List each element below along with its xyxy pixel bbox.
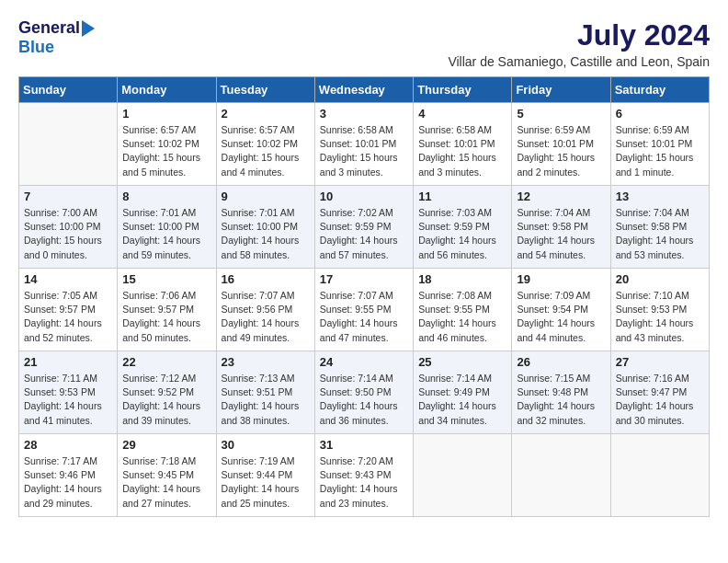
calendar-cell	[610, 434, 709, 517]
day-number: 3	[320, 107, 408, 121]
day-number: 12	[517, 190, 605, 203]
day-number: 25	[418, 355, 506, 369]
day-number: 30	[222, 438, 310, 452]
day-detail: Sunrise: 7:05 AM Sunset: 9:57 PM Dayligh…	[24, 290, 102, 343]
title-block: July 2024 Villar de Samaniego, Castille …	[448, 18, 710, 69]
day-detail: Sunrise: 7:15 AM Sunset: 9:48 PM Dayligh…	[517, 373, 595, 426]
calendar-cell: 20Sunrise: 7:10 AM Sunset: 9:53 PM Dayli…	[610, 269, 709, 351]
day-number: 22	[122, 355, 210, 369]
logo-general-text: General	[18, 18, 80, 38]
day-detail: Sunrise: 7:17 AM Sunset: 9:46 PM Dayligh…	[24, 455, 102, 509]
day-detail: Sunrise: 7:04 AM Sunset: 9:58 PM Dayligh…	[616, 207, 694, 260]
day-detail: Sunrise: 7:16 AM Sunset: 9:47 PM Dayligh…	[616, 373, 694, 426]
day-detail: Sunrise: 6:58 AM Sunset: 10:01 PM Daylig…	[320, 124, 398, 178]
day-detail: Sunrise: 7:06 AM Sunset: 9:57 PM Dayligh…	[122, 290, 200, 343]
day-number: 16	[222, 272, 310, 286]
day-number: 5	[517, 107, 605, 121]
logo: General Blue	[18, 18, 95, 57]
day-detail: Sunrise: 7:03 AM Sunset: 9:59 PM Dayligh…	[418, 207, 496, 260]
calendar-cell: 12Sunrise: 7:04 AM Sunset: 9:58 PM Dayli…	[512, 186, 610, 269]
day-number: 24	[320, 355, 408, 369]
column-header-monday: Monday	[118, 77, 216, 103]
calendar-cell: 4Sunrise: 6:58 AM Sunset: 10:01 PM Dayli…	[414, 103, 512, 186]
column-header-sunday: Sunday	[19, 77, 118, 103]
calendar-cell: 9Sunrise: 7:01 AM Sunset: 10:00 PM Dayli…	[216, 186, 314, 269]
column-header-friday: Friday	[512, 77, 610, 103]
day-number: 19	[517, 272, 605, 286]
calendar-table: SundayMondayTuesdayWednesdayThursdayFrid…	[18, 76, 710, 517]
day-number: 9	[222, 190, 310, 203]
day-number: 10	[320, 190, 408, 203]
day-detail: Sunrise: 7:07 AM Sunset: 9:55 PM Dayligh…	[320, 290, 398, 343]
day-number: 26	[517, 355, 605, 369]
day-detail: Sunrise: 7:11 AM Sunset: 9:53 PM Dayligh…	[24, 373, 102, 426]
day-number: 15	[122, 272, 210, 286]
calendar-cell: 5Sunrise: 6:59 AM Sunset: 10:01 PM Dayli…	[512, 103, 610, 186]
day-detail: Sunrise: 7:13 AM Sunset: 9:51 PM Dayligh…	[222, 373, 300, 426]
day-detail: Sunrise: 7:19 AM Sunset: 9:44 PM Dayligh…	[222, 455, 300, 509]
day-detail: Sunrise: 7:14 AM Sunset: 9:50 PM Dayligh…	[320, 373, 398, 426]
day-number: 8	[122, 190, 210, 203]
day-number: 14	[24, 272, 112, 286]
day-detail: Sunrise: 7:10 AM Sunset: 9:53 PM Dayligh…	[616, 290, 694, 343]
week-row-4: 21Sunrise: 7:11 AM Sunset: 9:53 PM Dayli…	[19, 351, 710, 434]
day-number: 28	[24, 438, 112, 452]
day-detail: Sunrise: 6:57 AM Sunset: 10:02 PM Daylig…	[222, 124, 300, 178]
logo-blue-text: Blue	[18, 38, 54, 56]
day-number: 1	[122, 107, 210, 121]
day-number: 17	[320, 272, 408, 286]
day-number: 23	[222, 355, 310, 369]
day-number: 29	[122, 438, 210, 452]
day-detail: Sunrise: 7:01 AM Sunset: 10:00 PM Daylig…	[122, 207, 200, 260]
calendar-cell: 19Sunrise: 7:09 AM Sunset: 9:54 PM Dayli…	[512, 269, 610, 351]
calendar-cell: 27Sunrise: 7:16 AM Sunset: 9:47 PM Dayli…	[610, 351, 709, 434]
day-detail: Sunrise: 7:18 AM Sunset: 9:45 PM Dayligh…	[122, 455, 200, 509]
calendar-cell: 23Sunrise: 7:13 AM Sunset: 9:51 PM Dayli…	[216, 351, 314, 434]
calendar-cell: 1Sunrise: 6:57 AM Sunset: 10:02 PM Dayli…	[118, 103, 216, 186]
calendar-cell: 24Sunrise: 7:14 AM Sunset: 9:50 PM Dayli…	[314, 351, 413, 434]
day-number: 7	[24, 190, 112, 203]
day-number: 4	[418, 107, 506, 121]
calendar-cell: 18Sunrise: 7:08 AM Sunset: 9:55 PM Dayli…	[414, 269, 512, 351]
calendar-cell: 21Sunrise: 7:11 AM Sunset: 9:53 PM Dayli…	[19, 351, 118, 434]
day-number: 21	[24, 355, 112, 369]
calendar-cell	[19, 103, 118, 186]
day-detail: Sunrise: 6:59 AM Sunset: 10:01 PM Daylig…	[517, 124, 595, 178]
week-row-3: 14Sunrise: 7:05 AM Sunset: 9:57 PM Dayli…	[19, 269, 710, 351]
day-detail: Sunrise: 7:00 AM Sunset: 10:00 PM Daylig…	[24, 207, 102, 260]
calendar-cell: 3Sunrise: 6:58 AM Sunset: 10:01 PM Dayli…	[314, 103, 413, 186]
column-header-tuesday: Tuesday	[216, 77, 314, 103]
day-number: 18	[418, 272, 506, 286]
column-header-wednesday: Wednesday	[314, 77, 413, 103]
day-detail: Sunrise: 6:57 AM Sunset: 10:02 PM Daylig…	[122, 124, 200, 178]
calendar-cell: 8Sunrise: 7:01 AM Sunset: 10:00 PM Dayli…	[118, 186, 216, 269]
calendar-cell: 31Sunrise: 7:20 AM Sunset: 9:43 PM Dayli…	[314, 434, 413, 517]
calendar-cell	[512, 434, 610, 517]
column-header-saturday: Saturday	[610, 77, 709, 103]
day-detail: Sunrise: 7:02 AM Sunset: 9:59 PM Dayligh…	[320, 207, 398, 260]
month-year-title: July 2024	[448, 18, 710, 52]
location-text: Villar de Samaniego, Castille and Leon, …	[448, 54, 710, 69]
day-number: 31	[320, 438, 408, 452]
calendar-cell: 11Sunrise: 7:03 AM Sunset: 9:59 PM Dayli…	[414, 186, 512, 269]
day-detail: Sunrise: 6:59 AM Sunset: 10:01 PM Daylig…	[616, 124, 694, 178]
day-number: 27	[616, 355, 704, 369]
calendar-cell: 15Sunrise: 7:06 AM Sunset: 9:57 PM Dayli…	[118, 269, 216, 351]
day-number: 6	[616, 107, 704, 121]
day-number: 11	[418, 190, 506, 203]
page-header: General Blue July 2024 Villar de Samanie…	[18, 18, 710, 69]
calendar-cell: 25Sunrise: 7:14 AM Sunset: 9:49 PM Dayli…	[414, 351, 512, 434]
calendar-cell	[414, 434, 512, 517]
column-header-thursday: Thursday	[414, 77, 512, 103]
day-number: 20	[616, 272, 704, 286]
calendar-cell: 7Sunrise: 7:00 AM Sunset: 10:00 PM Dayli…	[19, 186, 118, 269]
day-detail: Sunrise: 6:58 AM Sunset: 10:01 PM Daylig…	[418, 124, 496, 178]
day-detail: Sunrise: 7:14 AM Sunset: 9:49 PM Dayligh…	[418, 373, 496, 426]
week-row-1: 1Sunrise: 6:57 AM Sunset: 10:02 PM Dayli…	[19, 103, 710, 186]
day-detail: Sunrise: 7:09 AM Sunset: 9:54 PM Dayligh…	[517, 290, 595, 343]
logo-arrow-icon	[82, 20, 95, 37]
calendar-cell: 2Sunrise: 6:57 AM Sunset: 10:02 PM Dayli…	[216, 103, 314, 186]
calendar-cell: 30Sunrise: 7:19 AM Sunset: 9:44 PM Dayli…	[216, 434, 314, 517]
day-detail: Sunrise: 7:04 AM Sunset: 9:58 PM Dayligh…	[517, 207, 595, 260]
day-number: 2	[222, 107, 310, 121]
